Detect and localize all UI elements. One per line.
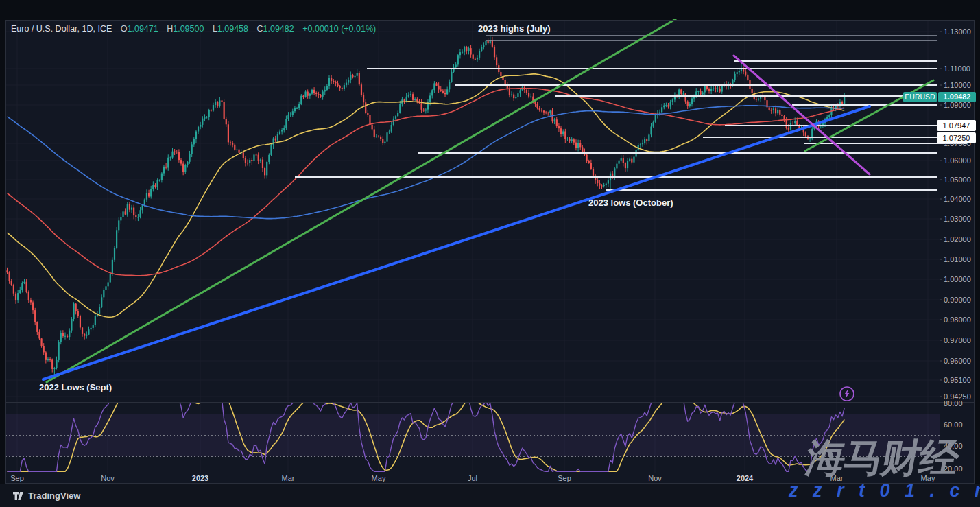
price-axis-label: 1.02000 [944, 235, 971, 244]
change-value: +0.00010 (+0.01%) [302, 24, 376, 34]
time-axis-label: Sep [558, 474, 571, 482]
time-axis-label: May [372, 474, 386, 482]
time-axis-label: Sep [10, 474, 24, 482]
low-value: 1.09458 [217, 24, 248, 34]
price-level-badge: 1.07250 [937, 132, 976, 143]
rsi-axis-label: 60.00 [944, 421, 963, 429]
price-axis-label: 1.03000 [944, 215, 971, 223]
price-axis-label: 0.98000 [944, 316, 971, 324]
price-axis-label: 0.95100 [944, 376, 971, 384]
lightning-icon [839, 386, 855, 402]
time-axis-label: Mar [282, 474, 295, 482]
price-axis-label: 0.99000 [944, 296, 971, 304]
chart-annotation: 2023 lows (October) [588, 198, 673, 208]
tradingview-published-chart: dacolmanfx published on TradingView.com,… [0, 0, 980, 507]
tradingview-logo-icon [12, 491, 24, 501]
price-axis-label: 1.10000 [944, 81, 971, 89]
price-axis-label: 1.13000 [944, 27, 971, 36]
watermark-url: z z r t 0 1 . c n [789, 480, 980, 502]
time-axis-label: Nov [648, 474, 662, 482]
price-axis-label: 0.97000 [944, 336, 971, 344]
symbol-price-badge-label: EURUSD [903, 92, 937, 102]
price-axis-label: 1.01000 [944, 255, 971, 263]
rsi-axis-label: 80.00 [944, 399, 963, 408]
symbol-price-badge-value: 1.09482 [938, 92, 976, 102]
price-level-badge: 1.07947 [937, 120, 976, 131]
open-label: O [121, 24, 128, 34]
high-value: 1.09500 [173, 24, 204, 34]
chart-annotation: 2023 highs (July) [478, 23, 550, 34]
close-label: C [257, 24, 263, 34]
low-label: L [213, 24, 217, 34]
price-axis-label: 1.00000 [944, 275, 971, 283]
time-axis-label: 2024 [737, 474, 753, 482]
price-axis-label: 1.04000 [944, 195, 971, 203]
symbol-description: Euro / U.S. Dollar, 1D, ICE [11, 24, 112, 34]
price-axis-label: 1.06000 [944, 156, 971, 165]
chart-canvas[interactable] [0, 0, 980, 507]
tradingview-logo-link[interactable]: TradingView [12, 491, 80, 501]
time-axis-label: Nov [101, 474, 115, 482]
open-value: 1.09471 [128, 24, 158, 34]
close-value: 1.09482 [263, 24, 294, 34]
price-axis-label: 1.05000 [944, 176, 971, 184]
boost-flash-button[interactable] [839, 386, 855, 402]
time-axis-label: Jul [468, 474, 477, 482]
tradingview-logo-text: TradingView [28, 491, 80, 501]
price-axis-label: 0.96000 [944, 357, 971, 365]
time-axis-label: 2023 [192, 474, 208, 482]
high-label: H [167, 24, 173, 34]
symbol-legend[interactable]: Euro / U.S. Dollar, 1D, ICE O1.09471 H1.… [11, 24, 376, 34]
chart-annotation: 2022 Lows (Sept) [39, 382, 112, 392]
price-axis-label: 1.11000 [944, 64, 970, 73]
watermark-chinese: 海马财经 [802, 432, 962, 485]
